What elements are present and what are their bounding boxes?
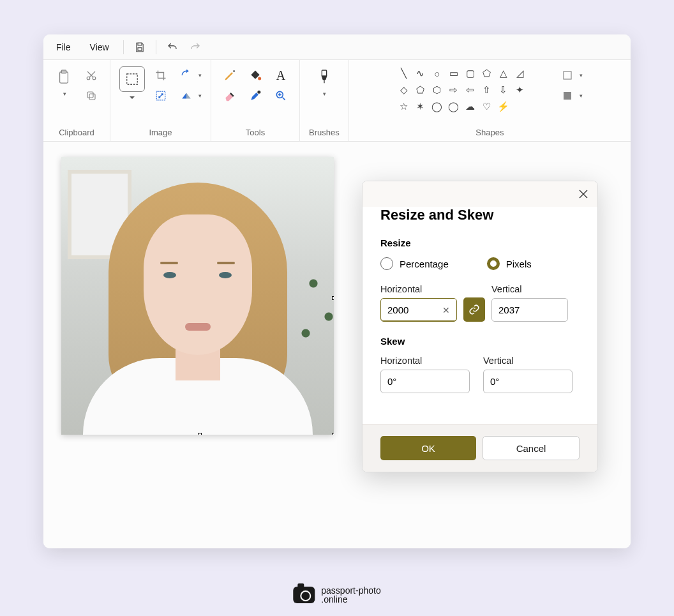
bucket-icon	[249, 69, 262, 82]
paste-button[interactable]	[52, 66, 75, 88]
close-icon	[579, 190, 588, 199]
radio-percentage[interactable]: Percentage	[380, 257, 449, 270]
resize-button[interactable]	[151, 87, 170, 105]
vertical-input[interactable]: 2037	[491, 298, 568, 322]
chevron-down-icon[interactable]: ▾	[198, 93, 202, 99]
shape-oval[interactable]: ○	[430, 66, 444, 80]
ribbon-group-brushes: ▾ Brushes	[300, 60, 349, 141]
skew-vertical-label: Vertical	[483, 356, 580, 366]
skew-v-value: 0°	[490, 376, 499, 387]
dialog-close-button[interactable]	[576, 186, 591, 202]
skew-vertical-input[interactable]: 0°	[483, 370, 573, 393]
menu-view[interactable]: View	[81, 38, 118, 56]
shape-hexagon[interactable]: ⬡	[430, 83, 444, 97]
cancel-button[interactable]: Cancel	[483, 436, 580, 460]
svg-rect-1	[138, 47, 142, 50]
shape-6star[interactable]: ✶	[414, 100, 428, 114]
svg-rect-8	[127, 74, 138, 85]
fill-tool[interactable]	[246, 66, 265, 84]
canvas-image[interactable]	[61, 157, 334, 435]
ok-button[interactable]: OK	[380, 436, 476, 460]
chevron-down-icon[interactable]: ▾	[198, 72, 202, 79]
text-tool[interactable]: A	[271, 66, 290, 84]
shape-curve[interactable]: ∿	[414, 66, 428, 80]
group-label-brushes: Brushes	[309, 128, 340, 137]
eyedropper-icon	[249, 89, 262, 102]
shape-arrow-right[interactable]: ⇨	[447, 83, 461, 97]
resize-handle-e[interactable]	[332, 296, 334, 300]
eraser-icon	[223, 89, 236, 102]
shape-5star[interactable]: ☆	[397, 100, 411, 114]
ribbon-group-shapes: ╲ ∿ ○ ▭ ▢ ⬠ △ ◿ ◇ ⬠ ⬡ ⇨ ⇦ ⇧ ⇩ ✦	[349, 60, 631, 141]
separator	[156, 40, 156, 54]
rotate-button[interactable]	[177, 66, 196, 84]
group-label-image: Image	[149, 128, 172, 137]
radio-pixels[interactable]: Pixels	[487, 257, 532, 270]
redo-icon	[190, 41, 201, 53]
svg-rect-6	[89, 94, 95, 100]
redo-button[interactable]	[184, 38, 206, 57]
shape-triangle[interactable]: △	[497, 66, 511, 80]
pencil-tool[interactable]	[220, 66, 239, 84]
outline-icon	[562, 70, 573, 81]
resize-handle-s[interactable]	[198, 433, 202, 435]
shape-arrow-down[interactable]: ⇩	[497, 83, 511, 97]
shape-line[interactable]: ╲	[397, 66, 411, 80]
picker-tool[interactable]	[246, 87, 265, 105]
shape-rect[interactable]: ▭	[447, 66, 461, 80]
maintain-aspect-button[interactable]	[463, 297, 485, 322]
shape-heart[interactable]: ♡	[480, 100, 494, 114]
photo-placeholder	[61, 157, 334, 435]
shape-fill-button[interactable]	[558, 87, 577, 105]
save-button[interactable]	[129, 38, 151, 57]
skew-horizontal-label: Horizontal	[380, 356, 477, 366]
select-tool[interactable]	[119, 66, 145, 92]
svg-rect-7	[87, 92, 93, 98]
chevron-down-icon[interactable]: ▾	[580, 93, 583, 99]
shape-pentagon[interactable]: ⬠	[414, 83, 428, 97]
group-label-shapes: Shapes	[476, 128, 504, 137]
clear-input-button[interactable]: ✕	[442, 305, 450, 315]
shape-polygon[interactable]: ⬠	[480, 66, 494, 80]
flip-button[interactable]	[177, 87, 196, 105]
cut-button[interactable]	[82, 66, 101, 84]
shape-cloudcallout[interactable]: ☁	[463, 100, 477, 114]
chevron-down-icon[interactable]: ▾	[63, 91, 66, 97]
shape-roundrect[interactable]: ▢	[463, 66, 477, 80]
shape-roundcallout[interactable]: ◯	[430, 100, 444, 114]
copy-button[interactable]	[82, 87, 101, 105]
chevron-down-icon[interactable]: ▾	[323, 91, 326, 97]
shape-right-triangle[interactable]: ◿	[513, 66, 527, 80]
ribbon: ▾ Clipboard	[43, 60, 631, 142]
resize-handle-se[interactable]	[332, 433, 334, 435]
crop-button[interactable]	[151, 66, 170, 84]
skew-section-label: Skew	[380, 336, 580, 347]
shape-lightning[interactable]: ⚡	[497, 100, 511, 114]
svg-rect-13	[322, 70, 326, 76]
shape-outline-button[interactable]	[558, 66, 577, 84]
shapes-gallery[interactable]: ╲ ∿ ○ ▭ ▢ ⬠ △ ◿ ◇ ⬠ ⬡ ⇨ ⇦ ⇧ ⇩ ✦	[397, 66, 544, 114]
shape-diamond[interactable]: ◇	[397, 83, 411, 97]
chevron-down-icon[interactable]: ▾	[580, 72, 583, 79]
magnifier-tool[interactable]	[271, 87, 290, 105]
shape-4star[interactable]: ✦	[513, 83, 527, 97]
skew-horizontal-input[interactable]: 0°	[380, 370, 470, 393]
dialog-title: Resize and Skew	[380, 207, 580, 223]
svg-rect-15	[564, 92, 571, 100]
shape-arrow-left[interactable]: ⇦	[463, 83, 477, 97]
vertical-label: Vertical	[491, 284, 568, 294]
menu-file[interactable]: File	[47, 38, 80, 56]
brand-line1: passport-photo	[321, 586, 380, 596]
save-icon	[134, 41, 146, 53]
pencil-icon	[223, 69, 236, 82]
shape-ovalcallout[interactable]: ◯	[447, 100, 461, 114]
rotate-icon	[181, 70, 192, 81]
radio-pixels-label: Pixels	[506, 259, 532, 269]
eraser-tool[interactable]	[220, 87, 239, 105]
group-label-clipboard: Clipboard	[59, 128, 94, 137]
undo-button[interactable]	[161, 38, 183, 57]
shape-arrow-up[interactable]: ⇧	[480, 83, 494, 97]
brush-tool[interactable]	[313, 66, 336, 88]
crop-icon	[155, 70, 167, 81]
horizontal-input[interactable]: 2000 ✕	[380, 298, 457, 322]
